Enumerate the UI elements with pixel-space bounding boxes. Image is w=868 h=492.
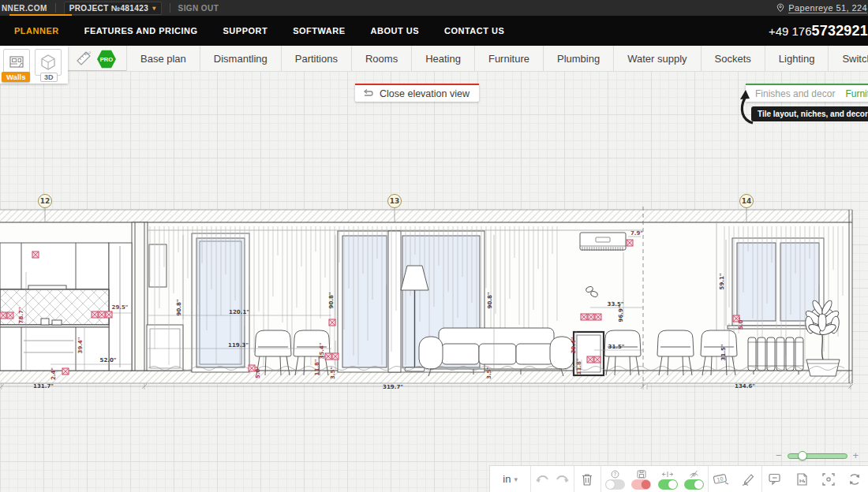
measure-tape-button[interactable]: 10	[709, 466, 735, 492]
export-button[interactable]	[788, 466, 815, 492]
question-icon: ?	[611, 470, 619, 479]
main-nav: PLANNER FEATURES AND PRICING SUPPORT SOF…	[0, 16, 868, 46]
toggle-green	[684, 479, 704, 490]
account-bar: NNER.COM PROJECT №481423 ▾ SIGN OUT Pape…	[0, 0, 868, 16]
delete-button[interactable]	[574, 466, 601, 492]
units-dropdown[interactable]: in ▾	[490, 466, 530, 492]
eye-off-icon	[689, 470, 699, 479]
tab-rooms[interactable]: Rooms	[351, 46, 411, 71]
rotate-icon	[847, 472, 862, 486]
focus-button[interactable]	[815, 466, 842, 492]
tab-base-plan[interactable]: Base plan	[126, 46, 200, 71]
nav-support[interactable]: SUPPORT	[223, 26, 268, 35]
toggle-red	[631, 479, 651, 490]
tab-furniture[interactable]: Furniture	[474, 46, 543, 71]
zoom-slider-knob[interactable]	[798, 451, 807, 460]
comment-icon	[768, 472, 783, 486]
tab-heating[interactable]: Heating	[411, 46, 474, 71]
view-switcher: Walls 3D	[0, 46, 68, 84]
nav-about[interactable]: ABOUT US	[371, 26, 419, 35]
redo-icon	[556, 474, 570, 485]
sign-out-link[interactable]: SIGN OUT	[178, 4, 219, 13]
save-icon	[637, 470, 646, 479]
document-export-icon	[795, 472, 809, 486]
drawing-canvas[interactable]	[0, 71, 868, 492]
undo-button[interactable]	[531, 466, 552, 492]
nav-planner[interactable]: PLANNER	[14, 26, 59, 35]
rotate-button[interactable]	[841, 466, 868, 492]
canvas-toolbar: in ▾ ?	[489, 465, 868, 492]
autosave-toggle[interactable]	[628, 466, 655, 492]
phone-prefix: +49 176	[769, 24, 812, 38]
tab-water-supply[interactable]: Water supply	[613, 46, 700, 71]
tab-furniture-decor[interactable]: Furniture	[845, 88, 868, 99]
tab-dismantling[interactable]: Dismantling	[200, 46, 281, 71]
svg-text:m²: m²	[84, 50, 92, 56]
svg-text:10: 10	[716, 475, 724, 483]
dimension-arrows-icon	[662, 470, 673, 479]
undo-icon	[535, 474, 549, 485]
tab-sockets[interactable]: Sockets	[701, 46, 765, 71]
walls-plan-icon	[8, 54, 25, 71]
area-measure-button[interactable]: m²	[73, 49, 94, 69]
address-text: Papenreye 51, 224	[788, 3, 867, 13]
chevron-down-icon: ▾	[152, 5, 155, 12]
divider	[55, 3, 56, 13]
return-arrow-icon	[362, 89, 374, 99]
hints-toggle[interactable]: ?	[601, 466, 628, 492]
address-block[interactable]: Papenreye 51, 224	[776, 0, 868, 16]
dimensions-toggle[interactable]	[654, 466, 681, 492]
close-elevation-label: Close elevation view	[380, 88, 470, 99]
redo-button[interactable]	[552, 466, 574, 492]
site-logo[interactable]: NNER.COM	[2, 4, 47, 13]
comments-button[interactable]	[762, 466, 789, 492]
trash-icon	[581, 472, 593, 486]
zoom-control: − +	[776, 449, 868, 462]
planner-app: NNER.COM PROJECT №481423 ▾ SIGN OUT Pape…	[0, 0, 868, 492]
decor-tabs: Finishes and decor Furniture	[746, 84, 868, 102]
project-dropdown[interactable]: PROJECT №481423 ▾	[64, 2, 162, 15]
draw-button[interactable]	[735, 466, 761, 492]
units-value: in	[503, 473, 511, 485]
3d-chip: 3D	[40, 73, 58, 82]
walls-active-chip: Walls	[2, 72, 30, 82]
nav-features[interactable]: FEATURES AND PRICING	[84, 26, 198, 35]
zoom-out-button[interactable]: −	[776, 452, 782, 460]
ruler-area-icon: m²	[74, 50, 93, 69]
3d-view-button[interactable]	[35, 49, 62, 76]
chevron-down-icon: ▾	[514, 475, 518, 483]
plan-stage-tabs: Base plan Dismantling Partitions Rooms H…	[126, 46, 868, 71]
tape-measure-icon: 10	[713, 472, 730, 486]
pen-icon	[741, 472, 755, 486]
location-pin-icon	[776, 2, 785, 13]
nav-software[interactable]: SOFTWARE	[293, 26, 345, 35]
3d-cube-icon	[39, 54, 57, 71]
visibility-toggle[interactable]	[681, 466, 708, 492]
tooltip-arrow-icon	[735, 88, 754, 125]
phone-number[interactable]: +49 176 5732921	[769, 16, 868, 46]
project-label: PROJECT №481423	[69, 4, 149, 13]
zoom-slider[interactable]	[788, 453, 847, 459]
divider	[170, 3, 170, 13]
tab-plumbing[interactable]: Plumbing	[543, 46, 613, 71]
tab-partitions[interactable]: Partitions	[281, 46, 351, 71]
zoom-in-button[interactable]: +	[853, 452, 859, 460]
close-elevation-button[interactable]: Close elevation view	[355, 84, 479, 102]
toggle-green	[658, 479, 678, 490]
phone-bold: 5732921	[812, 23, 868, 39]
focus-frame-icon	[821, 472, 836, 486]
tab-switches[interactable]: Switches	[828, 46, 868, 71]
svg-text:?: ?	[613, 472, 615, 478]
nav-contact[interactable]: CONTACT US	[444, 26, 504, 35]
tab-lighting[interactable]: Lighting	[765, 46, 829, 71]
tab-finishes-decor[interactable]: Finishes and decor	[755, 88, 835, 99]
toggle-off	[605, 479, 625, 490]
decor-tooltip: Tile layout, niches, and decor here	[751, 106, 868, 121]
